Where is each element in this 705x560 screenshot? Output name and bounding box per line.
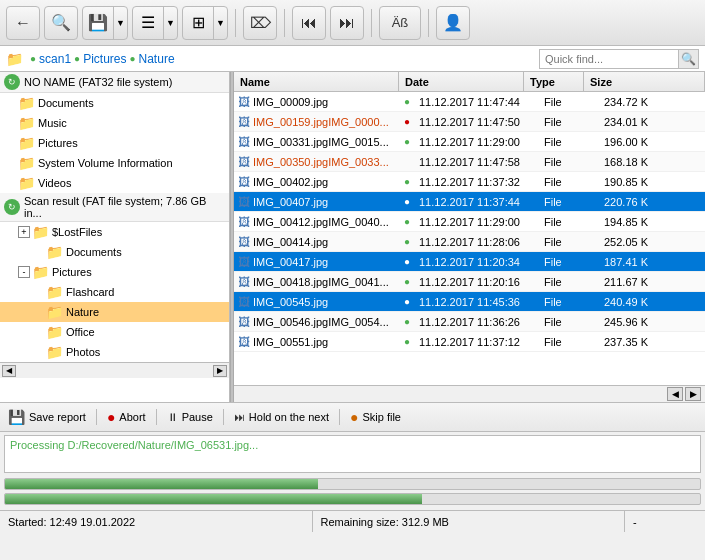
file-icon: 🖼 (238, 255, 250, 269)
folder-icon-music: 📁 (18, 115, 35, 131)
save-main-button[interactable]: 💾 (83, 7, 113, 39)
file-row[interactable]: 🖼IMG_00407.jpg●11.12.2017 11:37:44File22… (234, 192, 705, 212)
file-row[interactable]: 🖼IMG_00412.jpgIMG_0040...●11.12.2017 11:… (234, 212, 705, 232)
search-icon: 🔍 (51, 13, 71, 32)
tree-item-documents[interactable]: 📁 Documents (0, 93, 229, 113)
tree-item-pictures[interactable]: 📁 Pictures (0, 133, 229, 153)
binoculars-button[interactable]: ⌦ (243, 6, 277, 40)
file-row[interactable]: 🖼IMG_00417.jpg●11.12.2017 11:20:34File18… (234, 252, 705, 272)
tree-scrollbar: ◀ ▶ (0, 362, 229, 378)
file-icon: 🖼 (238, 215, 250, 229)
header-type[interactable]: Type (524, 72, 584, 91)
abort-icon: ● (107, 409, 115, 425)
tree-item-system-volume[interactable]: 📁 System Volume Information (0, 153, 229, 173)
file-row[interactable]: 🖼IMG_00350.jpgIMG_0033...11.12.2017 11:4… (234, 152, 705, 172)
breadcrumb-sep2: ● (74, 53, 80, 64)
breadcrumb-scan1[interactable]: scan1 (39, 52, 71, 66)
file-scroll-right[interactable]: ▶ (685, 387, 701, 401)
grid-icon: ⊞ (192, 13, 205, 32)
folder-icon-system-volume: 📁 (18, 155, 35, 171)
file-cell-name: 🖼IMG_00545.jpg (234, 294, 399, 310)
file-cell-date: 11.12.2017 11:47:58 (415, 155, 540, 169)
view-arrow-button[interactable]: ▼ (213, 7, 227, 39)
pictures2-expand[interactable]: - (18, 266, 30, 278)
folder-icon-flashcard: 📁 (46, 284, 63, 300)
tree-item-nature[interactable]: 📁 Nature (0, 302, 229, 322)
skip-button[interactable]: ● Skip file (350, 409, 401, 425)
file-cell-size: 194.85 K (600, 215, 705, 229)
tree-item-documents2[interactable]: 📁 Documents (0, 242, 229, 262)
save-button-group: 💾 ▼ (82, 6, 128, 40)
breadcrumb-pictures[interactable]: Pictures (83, 52, 126, 66)
save-report-button[interactable]: 💾 Save report (8, 409, 86, 425)
file-row[interactable]: 🖼IMG_00551.jpg●11.12.2017 11:37:12File23… (234, 332, 705, 352)
prev-button[interactable]: ⏮ (292, 6, 326, 40)
file-cell-type: File (540, 235, 600, 249)
pause-button[interactable]: ⏸ Pause (167, 411, 213, 423)
file-cell-date: 11.12.2017 11:47:50 (415, 115, 540, 129)
bottom-sep4 (339, 409, 340, 425)
tree-item-pictures2[interactable]: - 📁 Pictures (0, 262, 229, 282)
view-main-button[interactable]: ⊞ (183, 7, 213, 39)
tree-scroll-right[interactable]: ▶ (213, 365, 227, 377)
toolbar: ← 🔍 💾 ▼ ☰ ▼ ⊞ ▼ ⌦ ⏮ (0, 0, 705, 46)
file-cell-size: 211.67 K (600, 275, 705, 289)
file-cell-size: 245.96 K (600, 315, 705, 329)
bottom-toolbar: 💾 Save report ● Abort ⏸ Pause ⏭ Hold on … (0, 402, 705, 432)
file-row[interactable]: 🖼IMG_00009.jpg●11.12.2017 11:47:44File23… (234, 92, 705, 112)
bottom-sep2 (156, 409, 157, 425)
save-arrow-button[interactable]: ▼ (113, 7, 127, 39)
quick-find-button[interactable]: 🔍 (679, 49, 699, 69)
file-cell-size: 234.01 K (600, 115, 705, 129)
progress-bar-1-inner (5, 479, 318, 489)
list-arrow-button[interactable]: ▼ (163, 7, 177, 39)
hold-button[interactable]: ⏭ Hold on the next (234, 411, 329, 423)
lostfiles-expand[interactable]: + (18, 226, 30, 238)
tree-item-flashcard[interactable]: 📁 Flashcard (0, 282, 229, 302)
file-row[interactable]: 🖼IMG_00546.jpgIMG_0054...●11.12.2017 11:… (234, 312, 705, 332)
next-button[interactable]: ⏭ (330, 6, 364, 40)
file-row[interactable]: 🖼IMG_00418.jpgIMG_0041...●11.12.2017 11:… (234, 272, 705, 292)
file-row[interactable]: 🖼IMG_00159.jpgIMG_0000...●11.12.2017 11:… (234, 112, 705, 132)
breadcrumb-nature[interactable]: Nature (139, 52, 175, 66)
font-button[interactable]: Äß (379, 6, 421, 40)
file-row[interactable]: 🖼IMG_00545.jpg●11.12.2017 11:45:36File24… (234, 292, 705, 312)
back-icon: ← (15, 14, 31, 32)
file-row[interactable]: 🖼IMG_00331.jpgIMG_0015...●11.12.2017 11:… (234, 132, 705, 152)
user-button[interactable]: 👤 (436, 6, 470, 40)
folder-icon-office: 📁 (46, 324, 63, 340)
toolbar-separator4 (428, 9, 429, 37)
quick-find-input[interactable] (539, 49, 679, 69)
header-size[interactable]: Size (584, 72, 705, 91)
file-row[interactable]: 🖼IMG_00402.jpg●11.12.2017 11:37:32File19… (234, 172, 705, 192)
file-cell-type: File (540, 135, 600, 149)
search-button[interactable]: 🔍 (44, 6, 78, 40)
header-date[interactable]: Date (399, 72, 524, 91)
folder-icon-photos: 📁 (46, 344, 63, 360)
scan-result-header[interactable]: ↻ Scan result (FAT file system; 7.86 GB … (0, 193, 229, 222)
back-button[interactable]: ← (6, 6, 40, 40)
file-cell-size: 234.72 K (600, 95, 705, 109)
drive-header[interactable]: ↻ NO NAME (FAT32 file system) (0, 72, 229, 93)
folder-icon-videos: 📁 (18, 175, 35, 191)
file-cell-type: File (540, 335, 600, 349)
tree-item-photos[interactable]: 📁 Photos (0, 342, 229, 362)
file-row[interactable]: 🖼IMG_00414.jpg●11.12.2017 11:28:06File25… (234, 232, 705, 252)
file-cell-status-dot: ● (399, 95, 415, 108)
file-icon: 🖼 (238, 135, 250, 149)
tree-item-lostfiles[interactable]: + 📁 $LostFiles (0, 222, 229, 242)
header-name[interactable]: Name (234, 72, 399, 91)
folder-icon-nature: 📁 (46, 304, 63, 320)
tree-item-music[interactable]: 📁 Music (0, 113, 229, 133)
tree-item-videos[interactable]: 📁 Videos (0, 173, 229, 193)
file-icon: 🖼 (238, 115, 250, 129)
abort-button[interactable]: ● Abort (107, 409, 146, 425)
tree-scroll-left[interactable]: ◀ (2, 365, 16, 377)
breadcrumb-folder-icon: 📁 (6, 51, 23, 67)
tree-item-office[interactable]: 📁 Office (0, 322, 229, 342)
skip-icon: ● (350, 409, 358, 425)
file-scroll-left[interactable]: ◀ (667, 387, 683, 401)
breadcrumb-sep1: ● (30, 53, 36, 64)
file-cell-status-dot: ● (399, 315, 415, 328)
list-main-button[interactable]: ☰ (133, 7, 163, 39)
